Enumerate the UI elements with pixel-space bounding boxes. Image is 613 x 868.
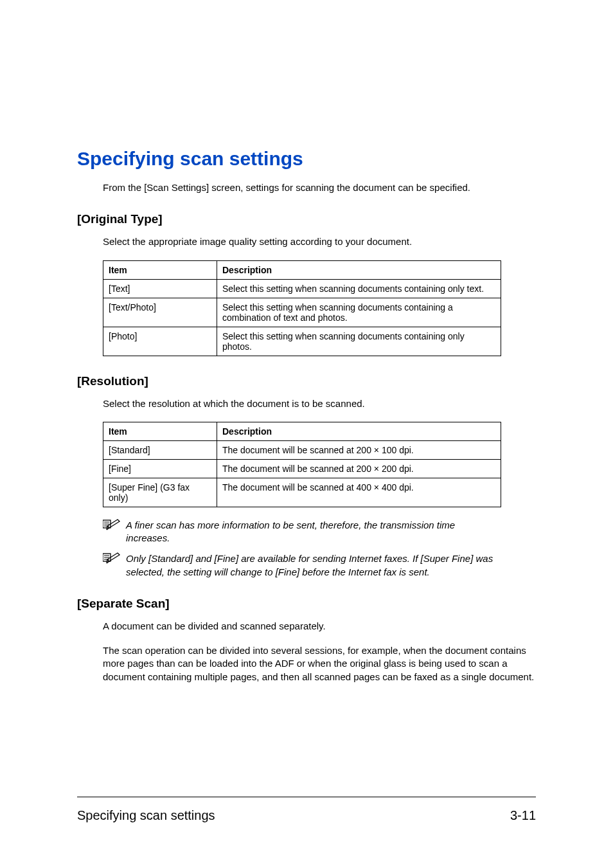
table-row: [Standard] The document will be scanned … [103, 440, 501, 459]
table-header-row: Item Description [103, 260, 501, 279]
table-row: [Fine] The document will be scanned at 2… [103, 459, 501, 478]
resolution-desc: Select the resolution at which the docum… [103, 397, 536, 410]
table-cell-desc: The document will be scanned at 200 × 10… [217, 440, 501, 459]
separate-scan-p2: The scan operation can be divided into s… [103, 644, 536, 683]
footer-left: Specifying scan settings [77, 808, 215, 823]
note-icon [103, 552, 121, 565]
footer-right: 3-11 [510, 808, 536, 823]
table-cell-desc: Select this setting when scanning docume… [217, 298, 501, 327]
page-footer: Specifying scan settings 3-11 [77, 808, 536, 823]
original-type-desc: Select the appropriate image quality set… [103, 235, 536, 248]
table-cell-item: [Fine] [103, 459, 217, 478]
note-block: Only [Standard] and [Fine] are available… [103, 552, 501, 579]
table-cell-item: [Photo] [103, 327, 217, 356]
page-title: Specifying scan settings [77, 148, 536, 170]
original-type-heading: [Original Type] [77, 212, 536, 226]
table-cell-item: [Standard] [103, 440, 217, 459]
page: Specifying scan settings From the [Scan … [0, 0, 613, 868]
table-cell-desc: Select this setting when scanning docume… [217, 327, 501, 356]
table-header-desc: Description [217, 260, 501, 279]
table-cell-item: [Super Fine] (G3 fax only) [103, 478, 217, 507]
resolution-heading: [Resolution] [77, 374, 536, 388]
table-row: [Text/Photo] Select this setting when sc… [103, 298, 501, 327]
separate-scan-p1: A document can be divided and scanned se… [103, 620, 536, 633]
table-header-desc: Description [217, 422, 501, 440]
table-row: [Super Fine] (G3 fax only) The document … [103, 478, 501, 507]
intro-text: From the [Scan Settings] screen, setting… [103, 181, 536, 194]
table-cell-desc: The document will be scanned at 400 × 40… [217, 478, 501, 507]
table-cell-item: [Text/Photo] [103, 298, 217, 327]
table-cell-item: [Text] [103, 279, 217, 298]
table-cell-desc: Select this setting when scanning docume… [217, 279, 501, 298]
separate-scan-heading: [Separate Scan] [77, 597, 536, 611]
note-text: Only [Standard] and [Fine] are available… [126, 552, 501, 579]
note-icon [103, 519, 121, 532]
table-row: [Photo] Select this setting when scannin… [103, 327, 501, 356]
table-header-item: Item [103, 422, 217, 440]
note-block: A finer scan has more information to be … [103, 519, 501, 545]
table-row: [Text] Select this setting when scanning… [103, 279, 501, 298]
resolution-table: Item Description [Standard] The document… [103, 422, 501, 507]
table-cell-desc: The document will be scanned at 200 × 20… [217, 459, 501, 478]
footer-separator [77, 797, 536, 797]
note-text: A finer scan has more information to be … [126, 519, 501, 545]
table-header-item: Item [103, 260, 217, 279]
original-type-table: Item Description [Text] Select this sett… [103, 260, 501, 356]
table-header-row: Item Description [103, 422, 501, 440]
